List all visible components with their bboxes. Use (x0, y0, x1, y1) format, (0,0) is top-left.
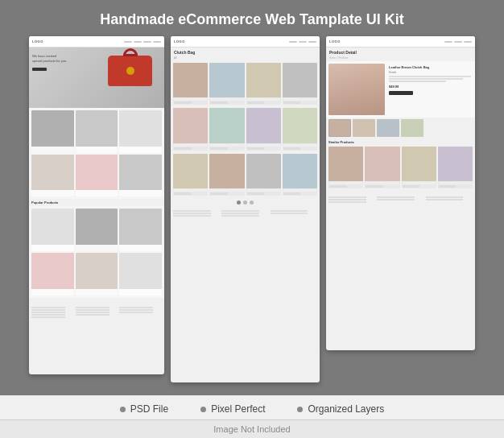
product-details-label: Details (389, 71, 471, 74)
product-img (328, 147, 363, 181)
bullet-dot-psd (120, 407, 126, 412)
footer-area-right (326, 194, 475, 206)
similar-product-card (365, 147, 399, 188)
image-overlay (328, 64, 385, 115)
pagination-dot (243, 200, 247, 205)
footer-line (173, 215, 211, 217)
thumbnail (353, 119, 375, 137)
nav-dot (124, 41, 132, 43)
section-title-popular: Popular Products (29, 199, 164, 206)
product-name (366, 182, 399, 184)
footer-line (31, 314, 65, 316)
footer-line (328, 199, 366, 200)
thumbnail (328, 119, 351, 137)
product-desc-line (389, 78, 463, 80)
hero-cta-btn (32, 68, 47, 71)
footer-line (76, 309, 109, 311)
footer-line (426, 196, 464, 198)
grid-item (31, 155, 74, 197)
product-grid-center-1 (171, 61, 320, 106)
nav-dot (299, 41, 307, 43)
feature-psd: PSD File (120, 403, 168, 415)
grid-item (76, 253, 118, 295)
logo-center: LOGO (174, 39, 185, 43)
product-card (209, 63, 244, 105)
product-card (246, 154, 281, 196)
product-img (283, 63, 317, 97)
hero-bag (108, 56, 152, 86)
product-name (283, 144, 316, 147)
product-name (283, 98, 316, 101)
bag-handle (123, 48, 138, 56)
nav-dot (308, 41, 316, 43)
product-title: Leather Brown Clutch Bag (389, 65, 471, 69)
product-img (246, 108, 281, 143)
footer-col (271, 210, 317, 217)
product-img (246, 63, 281, 97)
footer-line (119, 307, 153, 308)
product-price (329, 185, 347, 188)
product-card (173, 63, 208, 105)
footer-line (221, 213, 259, 214)
product-name (403, 182, 436, 184)
product-name (329, 182, 362, 184)
product-img (438, 147, 473, 181)
product-price (283, 101, 301, 104)
feature-pixel: Pixel Perfect (200, 403, 265, 415)
product-price (174, 101, 192, 104)
footer-col (221, 210, 268, 217)
product-name (439, 182, 472, 184)
product-card (209, 154, 244, 196)
grid-item (119, 155, 162, 197)
product-img (402, 147, 436, 181)
grid-item (119, 209, 162, 251)
product-price (174, 147, 192, 150)
grid-item (76, 155, 118, 197)
product-img (246, 154, 281, 188)
product-card (173, 154, 208, 196)
product-price (247, 192, 265, 195)
product-img (365, 147, 399, 181)
image-not-included-notice: Image Not Included (0, 419, 504, 438)
feature-psd-label: PSD File (130, 403, 168, 415)
similar-product-card (438, 147, 473, 188)
feature-layers: Organized Layers (297, 403, 384, 415)
product-name (174, 189, 207, 192)
nav-dot (454, 41, 462, 43)
product-desc-line (389, 76, 471, 77)
preview-card-right: LOGO Product Detail Home > Products Leat… (326, 36, 475, 350)
product-name (247, 98, 280, 101)
left-hero-section: We have createdspecial products for you. (29, 48, 164, 108)
pagination (171, 197, 320, 208)
nav-dots-right (444, 41, 472, 43)
product-main-image (328, 64, 385, 115)
product-img (283, 154, 317, 188)
bottom-feature-bar: PSD File Pixel Perfect Organized Layers (0, 395, 504, 419)
feature-pixel-label: Pixel Perfect (211, 403, 265, 415)
footer-line (426, 199, 464, 200)
nav-dot (289, 41, 297, 43)
similar-product-card (328, 147, 363, 188)
preview-card-left: LOGO We have createdspecial products for… (29, 36, 164, 374)
nav-dots-left (124, 41, 161, 43)
similar-product-card (402, 147, 436, 188)
add-to-cart-btn[interactable] (389, 91, 413, 95)
product-name (210, 144, 243, 147)
product-info: Leather Brown Clutch Bag Details $49.99 (387, 64, 473, 115)
product-price (283, 192, 301, 195)
bag-body (108, 56, 152, 86)
mock-header-right: LOGO (326, 36, 475, 48)
preview-card-center: LOGO Clutch Bag All (171, 36, 320, 382)
grid-item (119, 253, 162, 295)
product-name (210, 98, 243, 101)
footer-col (426, 196, 473, 204)
footer-col (377, 196, 423, 204)
product-price (366, 185, 383, 188)
product-price (439, 185, 456, 188)
footer-line (173, 210, 211, 212)
footer-col (76, 307, 118, 319)
product-grid-center-3 (171, 152, 320, 197)
product-price (174, 192, 192, 195)
grid-item (31, 110, 74, 153)
thumbnail (401, 119, 423, 137)
